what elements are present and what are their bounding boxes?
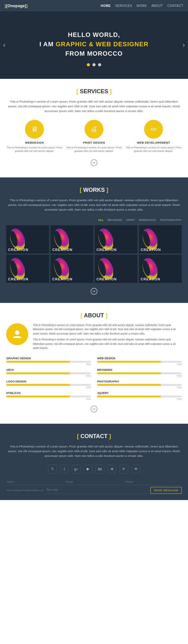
skill-name-uiux: UI/UX xyxy=(6,368,91,371)
work-item-5[interactable]: CREATION xyxy=(6,255,49,283)
about-text2: This is Photoshop's version of Lorem ips… xyxy=(33,338,182,350)
social-google-plus[interactable]: g+ xyxy=(72,465,81,473)
social-facebook[interactable]: f xyxy=(60,465,69,473)
skill-uiux: UI/UX 75% xyxy=(6,368,91,377)
skill-logo-design: LOGO DESIGN 75% xyxy=(6,380,91,389)
filter-all[interactable]: ALL xyxy=(98,218,104,222)
about-bracket-close: ] xyxy=(106,312,107,319)
skill-bar-fill-5 xyxy=(97,384,161,386)
nav-brand-text: [Onepage] xyxy=(6,3,26,8)
skill-bar-bg-2 xyxy=(6,372,91,374)
service-icon-print: 🖨 xyxy=(85,120,103,139)
filter-photography[interactable]: PHOTOGRAPHY xyxy=(160,218,182,222)
filter-branding[interactable]: BRANDING xyxy=(107,218,123,222)
contact-name-input[interactable] xyxy=(6,479,64,485)
social-youtube[interactable]: ▶ xyxy=(84,465,92,473)
services-scroll-down[interactable] xyxy=(6,159,182,168)
nav-work[interactable]: WORK xyxy=(137,4,147,8)
nav-links: HOME SERVICES WORK ABOUT CONTACT xyxy=(101,4,183,8)
hero-title: HELLO WORLD, I AM GRAPHIC & WEB DESIGNER… xyxy=(6,30,182,58)
work-label-2: CREATION xyxy=(52,248,73,252)
contact-phone-input[interactable] xyxy=(124,479,182,485)
about-scroll-down[interactable] xyxy=(6,405,182,414)
skills-grid: GRAPHIC DESIGN 75% WEB DESIGN 75% UI/UX … xyxy=(6,357,182,401)
social-behance[interactable]: Bē xyxy=(96,465,104,473)
work-item-6[interactable]: CREATION xyxy=(50,255,93,283)
skill-bar-bg-3 xyxy=(97,372,182,374)
skill-bar-fill-3 xyxy=(97,372,161,374)
contact-desc: This is Photoshop's version of Lorem Ips… xyxy=(6,444,182,458)
hero-line2-pre: I AM xyxy=(39,41,56,48)
about-section: [ ABOUT ] This is Photoshop's version of… xyxy=(0,303,188,424)
svg-point-18 xyxy=(15,330,19,335)
skill-jquery: JQUERY 75% xyxy=(97,391,182,401)
work-item-1[interactable]: CREATION xyxy=(6,225,49,253)
social-twitter[interactable]: 𝕏 xyxy=(48,465,57,473)
contact-email-input[interactable] xyxy=(65,479,123,485)
send-message-button[interactable]: SEND MESSAGE xyxy=(150,487,182,494)
hero-line3: FROM MOROCCO xyxy=(6,49,182,58)
hero-prev-arrow[interactable]: ‹ xyxy=(3,41,5,49)
hero-line2: I AM GRAPHIC & WEB DESIGNER xyxy=(6,39,182,49)
skill-name-web-design: WEB DESIGN xyxy=(97,357,182,360)
svg-point-0 xyxy=(91,160,97,166)
service-item-webdesign: 🖥 WEBDESIGN This is Photoshop's version … xyxy=(6,120,63,153)
works-title: [ WORKS ] xyxy=(6,187,182,193)
about-text-block: This is Photoshop's version of Lorem ips… xyxy=(33,323,182,351)
skill-bar-bg-6 xyxy=(6,396,91,397)
filter-webdesign[interactable]: WEBDESIGN xyxy=(139,218,156,222)
contact-bracket-close: ] xyxy=(109,433,111,439)
social-email[interactable]: ✉ xyxy=(131,465,140,473)
nav-brand: [[Onepage]] xyxy=(5,3,28,8)
navbar: [[Onepage]] HOME SERVICES WORK ABOUT CON… xyxy=(0,0,188,11)
work-item-3[interactable]: CREATION xyxy=(95,225,138,253)
social-pinterest[interactable]: P xyxy=(119,465,128,473)
skill-bar-fill-6 xyxy=(6,396,70,397)
skill-pct-0: 75% xyxy=(6,363,91,366)
about-title: [ ABOUT ] xyxy=(6,312,182,319)
skill-photography: PHOTOGRAPHY 75% xyxy=(97,380,182,389)
works-grid: CREATION CREATION CREATION xyxy=(6,225,182,283)
services-bracket-close: ] xyxy=(110,88,112,95)
about-title-text: ABOUT xyxy=(84,312,104,319)
skill-pct-1: 75% xyxy=(97,363,182,366)
contact-title: [ CONTACT ] xyxy=(6,433,182,440)
hero-dot-3[interactable] xyxy=(98,63,101,66)
skill-pct-5: 75% xyxy=(97,386,182,389)
filter-print[interactable]: PRINT xyxy=(126,218,135,222)
work-item-4[interactable]: CREATION xyxy=(139,225,182,253)
social-globe[interactable]: ⊕ xyxy=(107,465,116,473)
nav-contact[interactable]: CONTACT xyxy=(167,4,183,8)
skill-name-logo-design: LOGO DESIGN xyxy=(6,380,91,383)
skill-bar-bg-4 xyxy=(6,384,91,386)
service-desc-print: This is Photoshop's version of Lorem ips… xyxy=(66,146,122,153)
skill-web-design: WEB DESIGN 75% xyxy=(97,357,182,366)
skill-bar-fill-0 xyxy=(6,361,70,363)
nav-about[interactable]: ABOUT xyxy=(151,4,163,8)
services-title-text: SERVICES xyxy=(80,88,108,95)
work-item-2[interactable]: CREATION xyxy=(50,225,93,253)
skill-graphic-design: GRAPHIC DESIGN 75% xyxy=(6,357,91,366)
hero-line1: HELLO WORLD, xyxy=(6,30,182,39)
service-name-print: PRINT DESIGN xyxy=(66,141,122,144)
contact-message-input[interactable] xyxy=(46,487,149,494)
works-scroll-down[interactable] xyxy=(6,288,182,297)
nav-services[interactable]: SERVICES xyxy=(115,4,132,8)
contact-bracket-open: [ xyxy=(77,433,79,439)
nav-home[interactable]: HOME xyxy=(101,4,111,8)
work-item-8[interactable]: CREAtION xyxy=(139,255,182,283)
service-item-print: 🖨 PRINT DESIGN This is Photoshop's versi… xyxy=(66,120,122,153)
svg-point-17 xyxy=(91,288,97,294)
works-filters: ALL BRANDING PRINT WEBDESIGN PHOTOGRAPHY xyxy=(6,218,182,222)
hero-next-arrow[interactable]: › xyxy=(183,41,185,49)
hero-dot-1[interactable] xyxy=(87,63,90,66)
works-bracket-open: [ xyxy=(80,187,81,193)
skill-name-photography: PHOTOGRAPHY xyxy=(97,380,182,383)
hero-line2-highlight: GRAPHIC & WEB DESIGNER xyxy=(56,41,149,48)
about-content: This is Photoshop's version of Lorem ips… xyxy=(6,323,182,351)
work-label-1: CREATION xyxy=(8,248,29,252)
service-item-webdev: </> WEB DEVELOPEMENT This is Photoshop's… xyxy=(125,120,182,153)
work-item-7[interactable]: CREATION xyxy=(95,255,138,283)
services-bracket-open: [ xyxy=(76,88,78,95)
hero-dot-2[interactable] xyxy=(92,63,96,66)
